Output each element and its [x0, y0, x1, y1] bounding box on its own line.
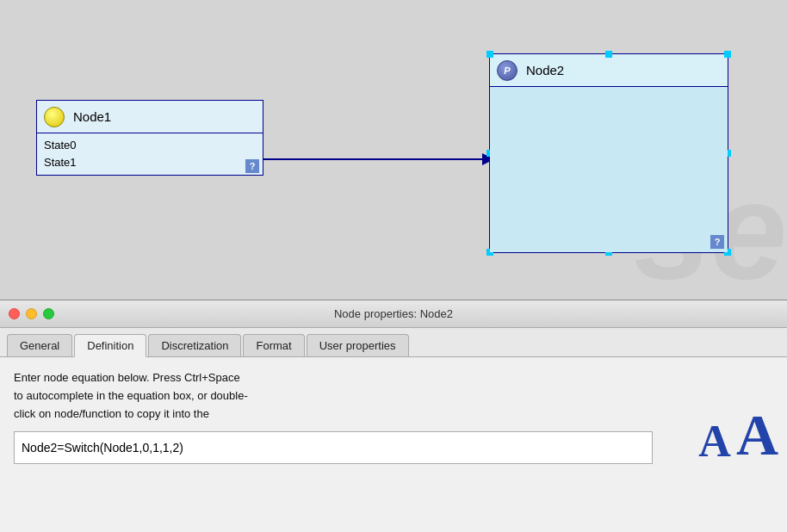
handle-tc: [605, 51, 612, 58]
tab-format[interactable]: Format: [243, 334, 304, 356]
node1[interactable]: Node1 State0 State1 ?: [36, 100, 263, 176]
font-icons: A A: [698, 405, 778, 464]
close-button[interactable]: [9, 308, 20, 319]
tab-general[interactable]: General: [7, 334, 72, 356]
minimize-button[interactable]: [26, 308, 37, 319]
window-title: Node properties: Node2: [334, 307, 453, 320]
state-row: State0: [44, 137, 256, 154]
font-size-small-icon[interactable]: A: [698, 419, 731, 464]
maximize-button[interactable]: [43, 308, 54, 319]
node1-help-icon[interactable]: ?: [245, 159, 259, 173]
tab-discretization[interactable]: Discretization: [148, 334, 241, 356]
title-bar: Node properties: Node2: [0, 300, 787, 328]
handle-tl: [486, 51, 493, 58]
node2-help-icon[interactable]: ?: [710, 235, 724, 249]
node1-states: State0 State1 ?: [37, 133, 263, 175]
font-size-large-icon[interactable]: A: [736, 405, 778, 464]
window-controls: [9, 308, 54, 319]
node2-title: Node2: [526, 63, 564, 77]
node1-header: Node1: [37, 101, 263, 133]
tab-user-properties[interactable]: User properties: [307, 334, 409, 356]
node2-body: ?: [490, 87, 728, 252]
state-row: State1: [44, 154, 256, 171]
tabs-bar: General Definition Discretization Format…: [0, 328, 787, 357]
node2[interactable]: P Node2 ?: [489, 53, 728, 253]
equation-input[interactable]: [14, 431, 653, 464]
description-text: Enter node equation below. Press Ctrl+Sp…: [14, 369, 462, 423]
properties-panel: Node properties: Node2 General Definitio…: [0, 300, 787, 532]
node1-title: Node1: [73, 109, 111, 124]
tab-definition[interactable]: Definition: [74, 334, 146, 357]
content-area: Enter node equation below. Press Ctrl+Sp…: [0, 357, 787, 473]
node2-header: P Node2: [490, 54, 728, 87]
canvas-area: se Node1 State0 State1 ?: [0, 0, 787, 300]
node1-yellow-circle-icon: [44, 107, 65, 127]
node2-p-icon: P: [497, 60, 517, 81]
handle-tr: [724, 51, 731, 58]
